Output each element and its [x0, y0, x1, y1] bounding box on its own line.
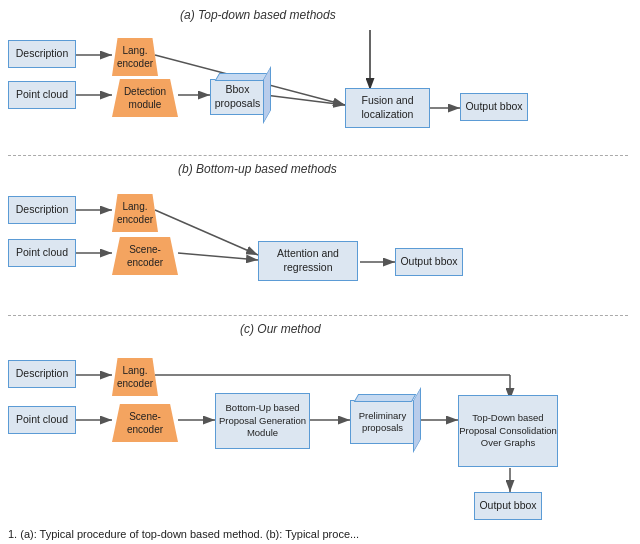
- section-a-label: (a) Top-down based methods: [180, 8, 336, 22]
- top-down-module-c: Top-Down based Proposal Consolidation Ov…: [458, 395, 558, 467]
- section-b-label: (b) Bottom-up based methods: [178, 162, 337, 176]
- output-bbox-a: Output bbox: [460, 93, 528, 121]
- lang-encoder-c: Lang. encoder: [112, 358, 158, 396]
- detection-module-a: Detection module: [112, 79, 178, 117]
- bottom-up-module-c: Bottom-Up based Proposal Generation Modu…: [215, 393, 310, 449]
- bottom-caption: 1. (a): Typical procedure of top-down ba…: [8, 528, 359, 540]
- svg-line-12: [178, 253, 258, 260]
- scene-encoder-c: Scene- encoder: [112, 404, 178, 442]
- attention-regression-b: Attention and regression: [258, 241, 358, 281]
- bbox-proposals-a: Bbox proposals: [210, 79, 265, 115]
- output-bbox-c: Output bbox: [474, 492, 542, 520]
- section-c-label: (c) Our method: [240, 322, 321, 336]
- point-cloud-c: Point cloud: [8, 406, 76, 434]
- scene-encoder-b: Scene- encoder: [112, 237, 178, 275]
- description-box-b: Description: [8, 196, 76, 224]
- point-cloud-b: Point cloud: [8, 239, 76, 267]
- divider-2: [8, 315, 628, 316]
- point-cloud-a: Point cloud: [8, 81, 76, 109]
- description-box-a: Description: [8, 40, 76, 68]
- diagram-container: (a) Top-down based methods Description L…: [0, 0, 640, 544]
- description-box-c: Description: [8, 360, 76, 388]
- output-bbox-b: Output bbox: [395, 248, 463, 276]
- lang-encoder-a: Lang. encoder: [112, 38, 158, 76]
- preliminary-proposals-c: Preliminary proposals: [350, 400, 415, 444]
- fusion-localization-a: Fusion and localization: [345, 88, 430, 128]
- svg-line-6: [265, 95, 345, 105]
- lang-encoder-b: Lang. encoder: [112, 194, 158, 232]
- divider-1: [8, 155, 628, 156]
